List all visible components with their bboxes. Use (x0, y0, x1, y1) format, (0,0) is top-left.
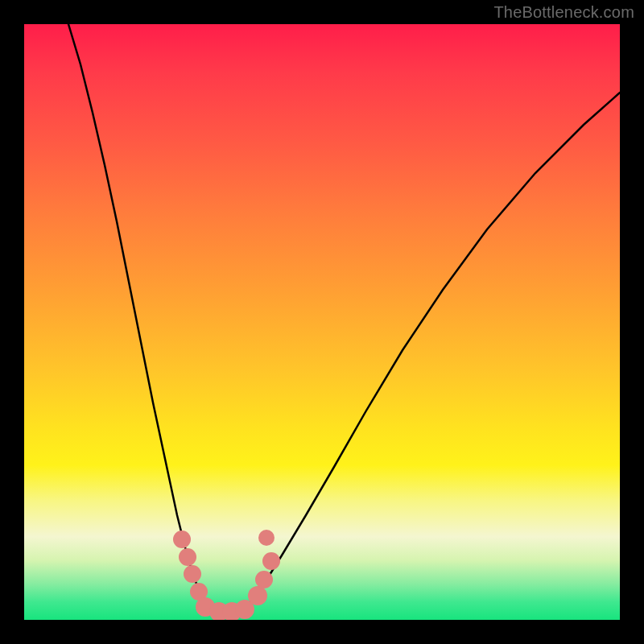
left-dot-1 (173, 530, 191, 548)
marker-layer (173, 530, 280, 620)
right-dot-1 (248, 586, 267, 605)
right-dot-4 (258, 530, 275, 546)
right-dot-2 (255, 571, 273, 588)
curve-layer (68, 24, 620, 617)
chart-frame: TheBottleneck.com (0, 0, 644, 644)
curve-right-curve (233, 93, 620, 617)
chart-overlay (24, 24, 620, 620)
left-dot-2 (179, 548, 196, 566)
plot-area (24, 24, 620, 620)
right-dot-3 (262, 552, 280, 570)
watermark-text: TheBottleneck.com (493, 3, 634, 22)
curve-left-curve (68, 24, 217, 617)
left-dot-3 (184, 565, 201, 583)
